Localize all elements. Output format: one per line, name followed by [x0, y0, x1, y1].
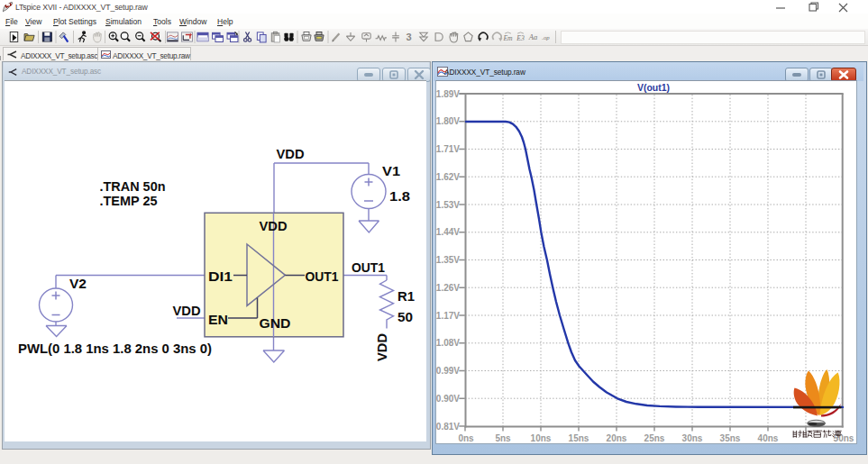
- svg-text:Em: Em: [502, 34, 513, 42]
- svg-text:1.89V: 1.89V: [436, 89, 460, 99]
- svg-text:.op: .op: [542, 34, 550, 41]
- svg-text:1.17V: 1.17V: [436, 311, 460, 321]
- svg-text:1.8: 1.8: [389, 189, 410, 204]
- svg-text:0ns: 0ns: [458, 433, 474, 443]
- svg-text:1.53V: 1.53V: [436, 200, 460, 210]
- svg-text:3: 3: [406, 32, 411, 42]
- svg-text:R1: R1: [397, 289, 415, 304]
- svg-text:50: 50: [397, 310, 413, 324]
- svg-text:VDD: VDD: [375, 333, 389, 361]
- svg-text:1.44V: 1.44V: [436, 227, 460, 237]
- svg-text:DI1: DI1: [208, 269, 233, 284]
- svg-text:0.99V: 0.99V: [436, 366, 460, 376]
- svg-text:0.81V: 0.81V: [436, 422, 460, 432]
- svg-text:EN: EN: [208, 313, 228, 327]
- svg-text:VDD: VDD: [277, 147, 305, 161]
- svg-text:.TEMP 25: .TEMP 25: [100, 194, 158, 208]
- svg-text:10ns: 10ns: [531, 433, 552, 443]
- svg-text:VDD: VDD: [260, 219, 288, 233]
- svg-text:1.71V: 1.71V: [436, 144, 460, 154]
- svg-text:V(out1): V(out1): [637, 82, 670, 93]
- svg-text:VDD: VDD: [173, 304, 201, 318]
- svg-text:5ns: 5ns: [495, 433, 511, 443]
- svg-text:30ns: 30ns: [682, 433, 703, 443]
- svg-text:V1: V1: [382, 164, 400, 178]
- svg-text:1.62V: 1.62V: [436, 172, 460, 182]
- svg-text:40ns: 40ns: [758, 433, 779, 443]
- svg-text:1.26V: 1.26V: [436, 283, 460, 293]
- svg-text:0.90V: 0.90V: [436, 394, 460, 404]
- svg-text:V2: V2: [69, 277, 87, 291]
- svg-text:OUT1: OUT1: [352, 260, 385, 275]
- svg-text:25ns: 25ns: [644, 433, 665, 443]
- svg-text:1.35V: 1.35V: [436, 255, 460, 265]
- svg-text:1.80V: 1.80V: [436, 116, 460, 126]
- svg-text:20ns: 20ns: [607, 433, 627, 443]
- svg-text:35ns: 35ns: [720, 433, 741, 443]
- svg-text:1.08V: 1.08V: [436, 338, 460, 348]
- svg-text:OUT1: OUT1: [306, 269, 339, 284]
- svg-text:PWL(0 1.8 1ns 1.8 2ns 0 3ns 0): PWL(0 1.8 1ns 1.8 2ns 0 3ns 0): [18, 341, 212, 356]
- svg-text:Aa: Aa: [528, 32, 537, 41]
- svg-text:GND: GND: [260, 316, 291, 331]
- svg-text:E3: E3: [516, 34, 525, 42]
- svg-text:.TRAN 50n: .TRAN 50n: [100, 179, 166, 194]
- svg-text:15ns: 15ns: [569, 433, 589, 443]
